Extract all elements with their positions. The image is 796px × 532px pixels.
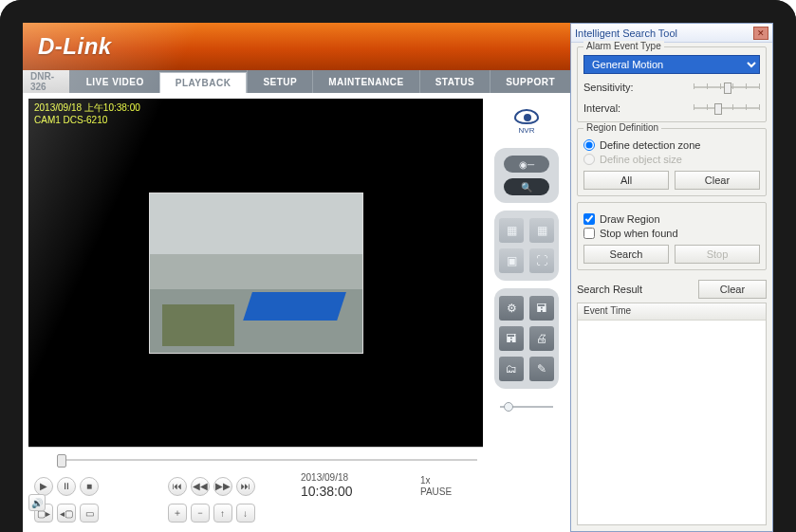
side-toolbox: NVR ◉─ 🔍 ▦ ▦ ▣ ⛶ (489, 99, 565, 526)
export-icon[interactable]: 🗂 (499, 357, 524, 381)
layout-3-button[interactable]: ▣ (499, 248, 524, 273)
region-clear-button[interactable]: Clear (675, 171, 760, 190)
save-clip-icon[interactable]: 🖬 (529, 296, 554, 321)
group-search-options: Draw Region Stop when found Search Stop (577, 202, 767, 270)
cue-controls: ▢▸ ◂▢ ▭ (34, 504, 162, 523)
zoom-out-button[interactable]: － (191, 504, 210, 523)
cue-open-button[interactable]: ▭ (80, 504, 99, 523)
audio-button[interactable]: 🔊 (28, 494, 46, 511)
check-stop-when-found[interactable]: Stop when found (583, 228, 760, 239)
radio-object-size: Define object size (583, 154, 760, 165)
tab-setup[interactable]: SETUP (247, 70, 312, 93)
prev-frame-button[interactable]: ◀◀ (191, 477, 210, 496)
tool-titlebar[interactable]: Intelligent Search Tool ✕ (571, 24, 772, 43)
transport-bar: 🔊 ▶ ⏸ ■ ⏮ ◀◀ (28, 447, 483, 526)
playback-state: PAUSE (420, 486, 477, 498)
check-draw-region-input[interactable] (583, 213, 595, 225)
zoom-in-button[interactable]: ＋ (168, 504, 187, 523)
brand-bar: D-Link (23, 23, 570, 70)
group-region-definition: Region Definition Define detection zone … (577, 128, 767, 196)
tab-playback[interactable]: PLAYBACK (159, 72, 248, 93)
model-tag: DNR-326 (23, 70, 71, 93)
edit-icon[interactable]: ✎ (529, 357, 554, 381)
check-draw-region[interactable]: Draw Region (583, 213, 760, 225)
overlay-camera: CAM1 DCS-6210 (34, 115, 140, 127)
video-frame (149, 193, 363, 354)
zoom-controls: ＋ － ↑ ↓ (168, 504, 296, 523)
next-frame-button[interactable]: ▶▶ (213, 477, 232, 496)
interval-slider[interactable] (694, 101, 760, 116)
close-icon[interactable]: ✕ (753, 27, 768, 40)
view-mode-single[interactable]: ◉─ (504, 156, 549, 173)
tab-maintenance[interactable]: MAINTENANCE (312, 70, 418, 93)
brightness-slider[interactable] (500, 400, 553, 413)
dlink-nvr-app: D-Link DNR-326 LIVE VIDEO PLAYBACK SETUP… (23, 23, 570, 532)
playback-time: 10:38:00 (301, 484, 415, 500)
seek-knob[interactable] (57, 454, 66, 468)
play-button[interactable]: ▶ (34, 477, 53, 496)
settings-icon[interactable]: ⚙ (499, 296, 524, 321)
result-column-event-time[interactable]: Event Time (578, 303, 766, 321)
group-region-label: Region Definition (583, 122, 661, 133)
brand-logo: D-Link (38, 33, 112, 60)
playback-viewport[interactable]: 2013/09/18 上午10:38:00 CAM1 DCS-6210 (28, 99, 483, 447)
nvr-logo-icon: NVR (508, 102, 546, 140)
sensitivity-label: Sensitivity: (583, 82, 634, 93)
tool-title: Intelligent Search Tool (575, 28, 677, 39)
print-icon[interactable]: 🖨 (529, 326, 554, 351)
result-clear-button[interactable]: Clear (698, 280, 767, 299)
overlay-timestamp: 2013/09/18 上午10:38:00 (34, 102, 140, 115)
playback-speed: 1x (420, 475, 477, 486)
sensitivity-slider[interactable] (694, 80, 760, 95)
check-stop-when-found-input[interactable] (583, 228, 595, 239)
radio-object-size-input (583, 154, 595, 165)
search-result-list[interactable]: Event Time (577, 303, 767, 525)
layout-2-button[interactable]: ▦ (529, 218, 554, 243)
pause-button[interactable]: ⏸ (57, 477, 76, 496)
region-all-button[interactable]: All (583, 171, 669, 190)
tab-support[interactable]: SUPPORT (490, 70, 570, 93)
last-frame-button[interactable]: ⏭ (236, 477, 255, 496)
search-button[interactable]: Search (583, 245, 669, 264)
tab-live-video[interactable]: LIVE VIDEO (71, 70, 159, 93)
interval-label: Interval: (583, 102, 620, 114)
group-alarm-event: Alarm Event Type General Motion Sensitiv… (577, 46, 767, 122)
stop-button[interactable]: ■ (80, 477, 99, 496)
zoom-next-button[interactable]: ↓ (236, 504, 255, 523)
alarm-type-select[interactable]: General Motion (583, 55, 760, 74)
schedule-icon[interactable]: 🖬 (499, 326, 524, 351)
seek-track[interactable] (57, 453, 477, 467)
layout-1-button[interactable]: ▦ (499, 218, 524, 243)
play-controls: ▶ ⏸ ■ (34, 477, 162, 496)
step-controls: ⏮ ◀◀ ▶▶ ⏭ (168, 477, 296, 496)
intelligent-search-window: Intelligent Search Tool ✕ Alarm Event Ty… (570, 23, 773, 532)
radio-detection-zone-input[interactable] (583, 139, 595, 151)
stop-search-button[interactable]: Stop (675, 245, 760, 264)
video-overlay: 2013/09/18 上午10:38:00 CAM1 DCS-6210 (34, 102, 140, 126)
nvr-label: NVR (519, 126, 535, 135)
playback-date: 2013/09/18 (301, 472, 415, 484)
main-tabs: DNR-326 LIVE VIDEO PLAYBACK SETUP MAINTE… (23, 70, 570, 93)
radio-detection-zone[interactable]: Define detection zone (583, 139, 760, 151)
search-result-label: Search Result (577, 284, 642, 295)
view-mode-search-icon[interactable]: 🔍 (504, 178, 549, 195)
fullscreen-button[interactable]: ⛶ (529, 248, 554, 273)
cue-out-button[interactable]: ◂▢ (57, 504, 76, 523)
tab-status[interactable]: STATUS (419, 70, 491, 93)
group-alarm-label: Alarm Event Type (583, 41, 664, 51)
zoom-prev-button[interactable]: ↑ (213, 504, 232, 523)
first-frame-button[interactable]: ⏮ (168, 477, 187, 496)
